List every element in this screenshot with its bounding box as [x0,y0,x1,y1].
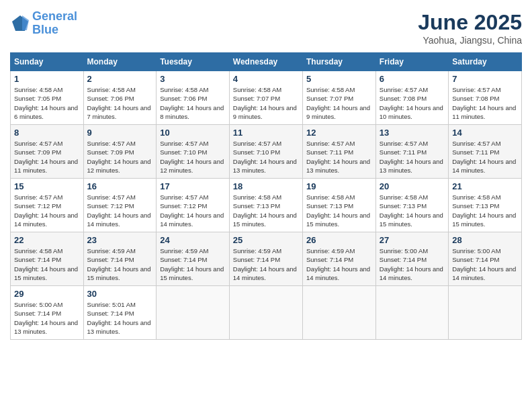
day-info: Sunrise: 4:57 AM Sunset: 7:12 PM Dayligh… [87,193,153,228]
day-info: Sunrise: 4:59 AM Sunset: 7:14 PM Dayligh… [87,246,153,282]
calendar-week-4: 22 Sunrise: 4:58 AM Sunset: 7:14 PM Dayl… [11,232,522,286]
day-info: Sunrise: 4:58 AM Sunset: 7:13 PM Dayligh… [452,193,518,228]
day-number: 14 [452,128,518,138]
day-number: 9 [87,128,153,138]
day-info: Sunrise: 4:58 AM Sunset: 7:07 PM Dayligh… [233,85,299,121]
calendar-cell: 22 Sunrise: 4:58 AM Sunset: 7:14 PM Dayl… [11,232,84,286]
day-number: 4 [233,74,299,84]
day-info: Sunrise: 4:57 AM Sunset: 7:08 PM Dayligh… [452,85,518,121]
day-info: Sunrise: 4:57 AM Sunset: 7:11 PM Dayligh… [306,139,372,175]
day-info: Sunrise: 4:57 AM Sunset: 7:08 PM Dayligh… [380,85,445,121]
calendar-cell [449,286,522,340]
day-number: 19 [306,181,372,191]
day-number: 24 [160,235,226,245]
day-number: 27 [380,235,445,245]
calendar-week-5: 29 Sunrise: 5:00 AM Sunset: 7:14 PM Dayl… [11,286,522,340]
calendar-cell: 1 Sunrise: 4:58 AM Sunset: 7:05 PM Dayli… [11,71,84,125]
calendar-cell: 12 Sunrise: 4:57 AM Sunset: 7:11 PM Dayl… [302,125,375,179]
header-thursday: Thursday [302,53,375,71]
calendar-cell: 4 Sunrise: 4:58 AM Sunset: 7:07 PM Dayli… [229,71,302,125]
calendar-week-2: 8 Sunrise: 4:57 AM Sunset: 7:09 PM Dayli… [11,125,522,179]
day-number: 7 [452,74,518,84]
day-number: 5 [306,74,372,84]
calendar-cell: 10 Sunrise: 4:57 AM Sunset: 7:10 PM Dayl… [157,125,230,179]
calendar-cell: 19 Sunrise: 4:58 AM Sunset: 7:13 PM Dayl… [302,179,375,232]
day-info: Sunrise: 4:58 AM Sunset: 7:06 PM Dayligh… [160,85,226,121]
calendar-cell [375,286,448,340]
calendar-cell: 20 Sunrise: 4:58 AM Sunset: 7:13 PM Dayl… [375,179,448,232]
header-sunday: Sunday [11,53,84,71]
calendar-cell: 18 Sunrise: 4:58 AM Sunset: 7:13 PM Dayl… [229,179,302,232]
weekday-header-row: Sunday Monday Tuesday Wednesday Thursday… [11,53,522,71]
header-friday: Friday [375,53,448,71]
day-info: Sunrise: 4:57 AM Sunset: 7:11 PM Dayligh… [452,139,518,175]
day-number: 1 [14,74,80,84]
day-info: Sunrise: 4:58 AM Sunset: 7:13 PM Dayligh… [233,193,299,228]
day-number: 16 [87,181,153,191]
header-wednesday: Wednesday [229,53,302,71]
header-tuesday: Tuesday [157,53,230,71]
day-number: 17 [160,181,226,191]
day-info: Sunrise: 4:57 AM Sunset: 7:10 PM Dayligh… [233,139,299,175]
day-number: 20 [380,181,445,191]
calendar-cell [229,286,302,340]
svg-marker-1 [22,15,29,30]
calendar-week-3: 15 Sunrise: 4:57 AM Sunset: 7:12 PM Dayl… [11,179,522,232]
day-number: 21 [452,181,518,191]
calendar: Sunday Monday Tuesday Wednesday Thursday… [10,52,522,340]
calendar-cell: 29 Sunrise: 5:00 AM Sunset: 7:14 PM Dayl… [11,286,84,340]
day-number: 13 [380,128,445,138]
calendar-cell: 24 Sunrise: 4:59 AM Sunset: 7:14 PM Dayl… [157,232,230,286]
calendar-cell: 30 Sunrise: 5:01 AM Sunset: 7:14 PM Dayl… [83,286,157,340]
calendar-cell: 14 Sunrise: 4:57 AM Sunset: 7:11 PM Dayl… [449,125,522,179]
day-number: 22 [14,235,80,245]
calendar-cell: 13 Sunrise: 4:57 AM Sunset: 7:11 PM Dayl… [375,125,448,179]
day-info: Sunrise: 4:57 AM Sunset: 7:11 PM Dayligh… [380,139,445,175]
month-title: June 2025 [418,10,522,35]
day-info: Sunrise: 5:01 AM Sunset: 7:14 PM Dayligh… [87,300,153,336]
calendar-cell [157,286,230,340]
calendar-cell: 3 Sunrise: 4:58 AM Sunset: 7:06 PM Dayli… [157,71,230,125]
calendar-cell: 2 Sunrise: 4:58 AM Sunset: 7:06 PM Dayli… [83,71,157,125]
day-info: Sunrise: 4:57 AM Sunset: 7:10 PM Dayligh… [160,139,226,175]
calendar-cell: 9 Sunrise: 4:57 AM Sunset: 7:09 PM Dayli… [83,125,157,179]
day-info: Sunrise: 4:59 AM Sunset: 7:14 PM Dayligh… [160,246,226,282]
day-number: 29 [14,289,80,299]
day-info: Sunrise: 4:57 AM Sunset: 7:12 PM Dayligh… [14,193,80,228]
day-number: 12 [306,128,372,138]
day-info: Sunrise: 5:00 AM Sunset: 7:14 PM Dayligh… [14,300,80,336]
header-saturday: Saturday [449,53,522,71]
day-info: Sunrise: 4:58 AM Sunset: 7:07 PM Dayligh… [306,85,372,121]
calendar-cell: 17 Sunrise: 4:57 AM Sunset: 7:12 PM Dayl… [157,179,230,232]
logo-icon [10,13,30,34]
day-number: 10 [160,128,226,138]
calendar-cell: 11 Sunrise: 4:57 AM Sunset: 7:10 PM Dayl… [229,125,302,179]
calendar-week-1: 1 Sunrise: 4:58 AM Sunset: 7:05 PM Dayli… [11,71,522,125]
day-number: 15 [14,181,80,191]
day-number: 11 [233,128,299,138]
day-number: 3 [160,74,226,84]
calendar-cell: 8 Sunrise: 4:57 AM Sunset: 7:09 PM Dayli… [11,125,84,179]
calendar-cell: 15 Sunrise: 4:57 AM Sunset: 7:12 PM Dayl… [11,179,84,232]
day-info: Sunrise: 4:57 AM Sunset: 7:12 PM Dayligh… [160,193,226,228]
calendar-cell: 28 Sunrise: 5:00 AM Sunset: 7:14 PM Dayl… [449,232,522,286]
header-monday: Monday [83,53,157,71]
day-number: 30 [87,289,153,299]
day-info: Sunrise: 4:58 AM Sunset: 7:13 PM Dayligh… [306,193,372,228]
day-number: 8 [14,128,80,138]
calendar-body: 1 Sunrise: 4:58 AM Sunset: 7:05 PM Dayli… [11,71,522,340]
calendar-cell: 26 Sunrise: 4:59 AM Sunset: 7:14 PM Dayl… [302,232,375,286]
day-info: Sunrise: 4:58 AM Sunset: 7:14 PM Dayligh… [14,246,80,282]
title-block: June 2025 Yaohua, Jiangsu, China [418,10,522,46]
calendar-cell: 21 Sunrise: 4:58 AM Sunset: 7:13 PM Dayl… [449,179,522,232]
calendar-cell [302,286,375,340]
day-number: 28 [452,235,518,245]
day-info: Sunrise: 5:00 AM Sunset: 7:14 PM Dayligh… [452,246,518,282]
day-info: Sunrise: 4:57 AM Sunset: 7:09 PM Dayligh… [87,139,153,175]
logo: General Blue [10,10,77,37]
day-number: 26 [306,235,372,245]
page-header: General Blue June 2025 Yaohua, Jiangsu, … [10,10,522,46]
calendar-cell: 7 Sunrise: 4:57 AM Sunset: 7:08 PM Dayli… [449,71,522,125]
day-info: Sunrise: 4:58 AM Sunset: 7:13 PM Dayligh… [380,193,445,228]
calendar-cell: 16 Sunrise: 4:57 AM Sunset: 7:12 PM Dayl… [83,179,157,232]
